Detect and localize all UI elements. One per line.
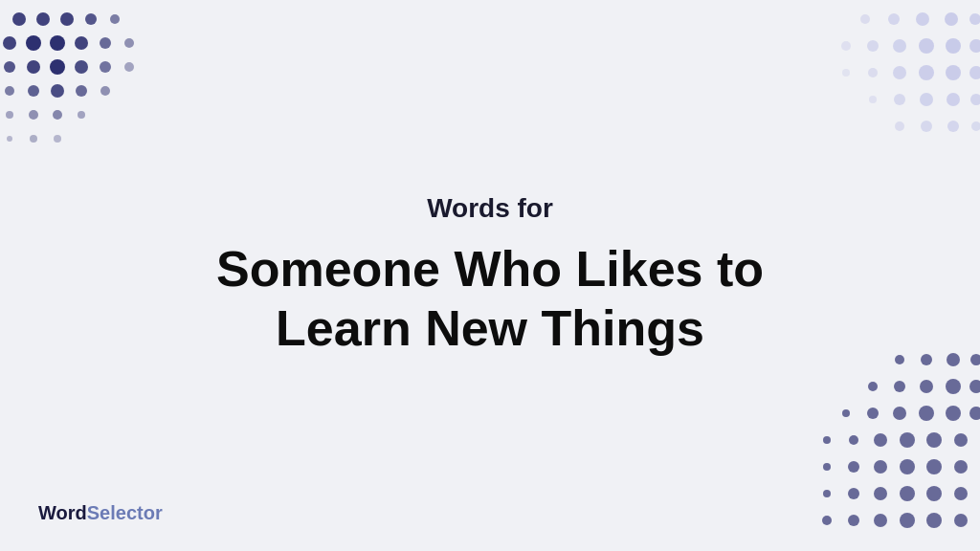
svg-point-79 xyxy=(900,459,915,474)
svg-point-56 xyxy=(921,354,932,365)
svg-point-74 xyxy=(926,432,942,448)
svg-point-50 xyxy=(970,94,980,105)
svg-point-58 xyxy=(970,354,980,365)
svg-point-63 xyxy=(969,380,980,393)
svg-point-83 xyxy=(848,488,859,499)
svg-point-64 xyxy=(842,409,850,417)
svg-point-34 xyxy=(841,41,851,51)
svg-point-9 xyxy=(100,37,111,49)
subtitle: Words for xyxy=(216,193,764,224)
svg-point-80 xyxy=(926,459,942,474)
svg-point-66 xyxy=(893,407,906,420)
svg-point-15 xyxy=(100,61,111,73)
svg-point-65 xyxy=(867,408,879,419)
svg-point-84 xyxy=(874,487,887,500)
top-right-decoration xyxy=(769,0,980,210)
svg-point-35 xyxy=(867,40,879,52)
svg-point-25 xyxy=(78,111,85,119)
svg-point-59 xyxy=(868,382,878,391)
svg-point-54 xyxy=(971,121,980,131)
svg-point-47 xyxy=(894,94,905,105)
main-content: Words for Someone Who Likes to Learn New… xyxy=(216,193,764,359)
svg-point-86 xyxy=(926,486,942,501)
svg-point-42 xyxy=(893,66,906,79)
svg-point-75 xyxy=(954,433,968,447)
svg-point-29 xyxy=(860,14,870,24)
logo-word: Word xyxy=(38,502,87,523)
svg-point-46 xyxy=(869,96,877,103)
svg-point-45 xyxy=(969,66,980,79)
svg-point-4 xyxy=(110,14,120,24)
svg-point-17 xyxy=(5,86,14,96)
svg-point-78 xyxy=(874,460,887,474)
svg-point-1 xyxy=(36,12,50,26)
svg-point-68 xyxy=(946,406,961,421)
svg-point-27 xyxy=(30,135,37,143)
svg-point-93 xyxy=(954,514,968,527)
svg-point-30 xyxy=(888,13,900,25)
svg-point-55 xyxy=(895,355,904,364)
logo: WordSelector xyxy=(38,502,163,524)
svg-point-24 xyxy=(53,110,62,120)
svg-point-16 xyxy=(124,62,134,72)
svg-point-26 xyxy=(7,136,12,142)
title-line-2: Learn New Things xyxy=(276,300,704,356)
svg-point-21 xyxy=(100,86,110,96)
svg-point-44 xyxy=(946,65,961,80)
svg-point-13 xyxy=(50,59,65,75)
svg-point-57 xyxy=(947,353,960,366)
svg-point-36 xyxy=(893,39,906,53)
svg-point-43 xyxy=(919,65,934,80)
svg-point-49 xyxy=(947,93,960,106)
svg-point-73 xyxy=(900,432,915,448)
svg-point-70 xyxy=(823,436,831,444)
svg-point-40 xyxy=(842,69,850,77)
svg-point-77 xyxy=(848,461,859,473)
svg-point-37 xyxy=(919,38,934,54)
svg-point-52 xyxy=(921,121,932,132)
svg-point-3 xyxy=(85,13,97,25)
svg-point-82 xyxy=(823,490,831,497)
svg-point-2 xyxy=(60,12,74,26)
svg-point-6 xyxy=(26,35,41,51)
svg-point-20 xyxy=(76,85,87,97)
svg-point-67 xyxy=(919,406,934,421)
svg-point-71 xyxy=(849,435,858,445)
svg-point-41 xyxy=(868,68,878,77)
svg-point-10 xyxy=(124,38,134,48)
svg-point-51 xyxy=(895,121,904,131)
svg-point-0 xyxy=(12,12,26,26)
svg-point-87 xyxy=(954,487,968,500)
svg-point-39 xyxy=(969,39,980,53)
svg-point-88 xyxy=(822,516,832,525)
svg-point-31 xyxy=(916,12,929,26)
svg-point-18 xyxy=(28,85,39,97)
svg-point-72 xyxy=(874,433,887,447)
svg-point-85 xyxy=(900,486,915,501)
svg-point-28 xyxy=(54,135,61,143)
svg-point-62 xyxy=(946,379,961,394)
svg-point-12 xyxy=(27,60,40,74)
svg-point-81 xyxy=(954,460,968,474)
top-left-decoration xyxy=(0,0,191,191)
svg-point-32 xyxy=(945,12,958,26)
svg-point-76 xyxy=(823,463,831,471)
svg-point-7 xyxy=(50,35,65,51)
svg-point-91 xyxy=(900,513,915,528)
svg-point-23 xyxy=(29,110,38,120)
title-line-1: Someone Who Likes to xyxy=(216,241,764,297)
svg-point-48 xyxy=(920,93,933,106)
svg-point-33 xyxy=(969,13,980,25)
svg-point-53 xyxy=(947,121,959,132)
svg-point-14 xyxy=(75,60,88,74)
main-title: Someone Who Likes to Learn New Things xyxy=(216,239,764,359)
svg-point-61 xyxy=(920,380,933,393)
svg-point-8 xyxy=(75,36,88,50)
svg-point-60 xyxy=(894,381,905,392)
svg-point-69 xyxy=(969,407,980,420)
svg-point-89 xyxy=(848,515,859,526)
bottom-right-decoration xyxy=(769,341,980,551)
svg-point-22 xyxy=(6,111,13,119)
svg-point-19 xyxy=(51,84,64,98)
svg-point-92 xyxy=(926,513,942,528)
